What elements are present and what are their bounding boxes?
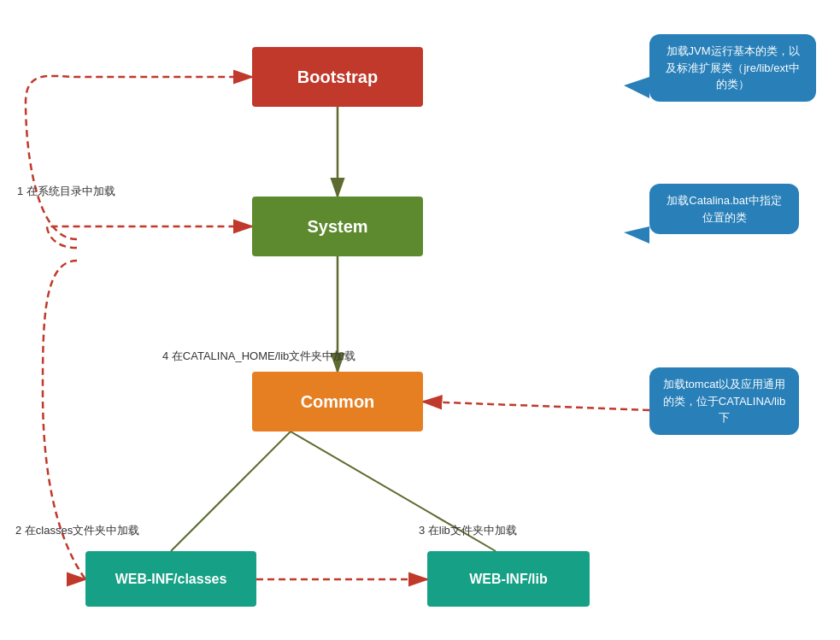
tooltip-common-text: 加载tomcat以及应用通用的类，位于CATALINA/lib下: [663, 378, 785, 424]
tooltip-system: 加载Catalina.bat中指定位置的类: [649, 184, 799, 234]
system-label: System: [307, 217, 367, 237]
tooltip-bootstrap: 加载JVM运行基本的类，以及标准扩展类（jre/lib/ext中的类）: [649, 34, 816, 102]
webinf-lib-box: WEB-INF/lib: [427, 551, 590, 607]
system-box: System: [252, 197, 423, 256]
webinf-classes-box: WEB-INF/classes: [85, 551, 256, 607]
bootstrap-label: Bootstrap: [297, 68, 378, 87]
webinf-lib-label: WEB-INF/lib: [469, 572, 548, 587]
tooltip-bootstrap-text: 加载JVM运行基本的类，以及标准扩展类（jre/lib/ext中的类）: [666, 44, 799, 91]
common-label: Common: [301, 392, 375, 412]
label-3-text: 3 在lib文件夹中加载: [419, 524, 517, 537]
diagram-container: Bootstrap System Common WEB-INF/classes …: [0, 0, 840, 640]
label-4: 4 在CATALINA_HOME/lib文件夹中加载: [162, 349, 355, 364]
tooltip-common: 加载tomcat以及应用通用的类，位于CATALINA/lib下: [649, 367, 799, 435]
svg-line-4: [171, 432, 291, 551]
label-2-text: 2 在classes文件夹中加载: [15, 524, 139, 537]
webinf-classes-label: WEB-INF/classes: [115, 572, 227, 587]
bootstrap-box: Bootstrap: [252, 47, 423, 107]
label-4-text: 4 在CATALINA_HOME/lib文件夹中加载: [162, 349, 355, 362]
tooltip-system-text: 加载Catalina.bat中指定位置的类: [667, 194, 781, 224]
common-box: Common: [252, 372, 423, 432]
label-2: 2 在classes文件夹中加载: [15, 523, 139, 538]
svg-marker-6: [624, 77, 649, 98]
label-1: 1 在系统目录中加载: [17, 184, 115, 199]
label-1-text: 1 在系统目录中加载: [17, 185, 115, 197]
svg-marker-7: [624, 226, 649, 244]
label-3: 3 在lib文件夹中加载: [419, 523, 517, 538]
